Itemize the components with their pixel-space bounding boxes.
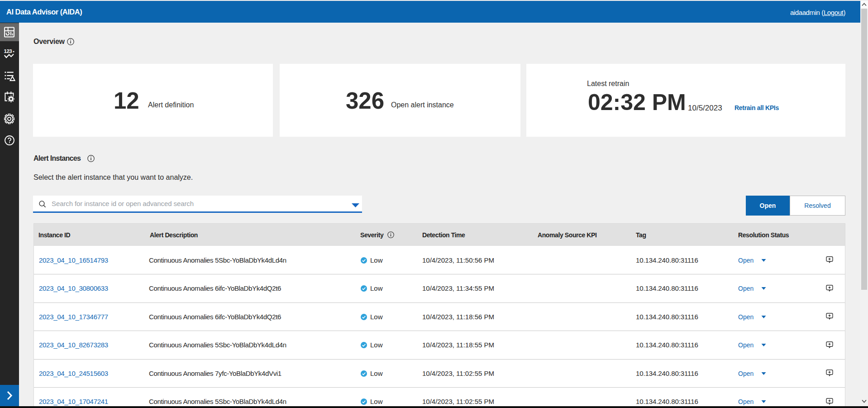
- svg-text:123: 123: [4, 48, 12, 54]
